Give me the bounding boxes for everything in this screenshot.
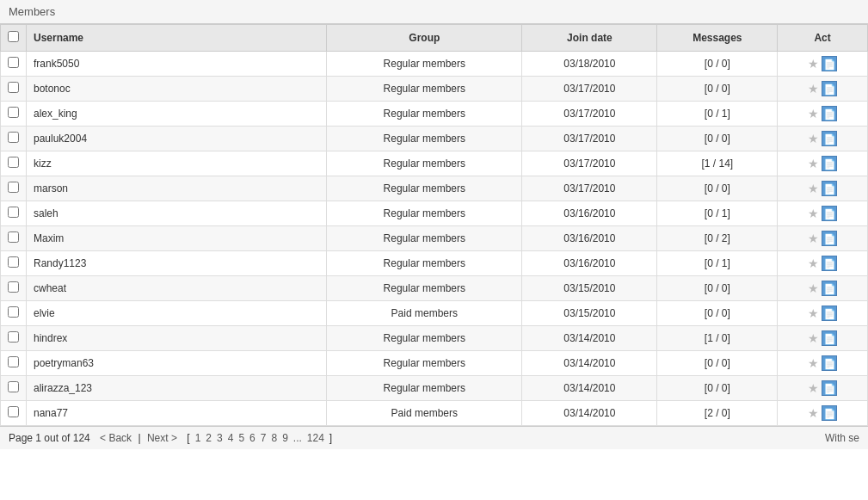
star-icon[interactable]: ★	[808, 256, 819, 270]
page-number[interactable]: 7	[259, 432, 268, 444]
profile-icon[interactable]: 📄	[822, 106, 837, 121]
row-checkbox[interactable]	[8, 157, 19, 168]
row-group: Regular members	[327, 77, 522, 102]
page-number[interactable]: 124	[305, 432, 326, 444]
select-all-checkbox[interactable]	[8, 31, 19, 42]
page-numbers-bracket-open: [	[187, 432, 189, 444]
row-checkbox-cell[interactable]	[1, 376, 27, 401]
row-group: Regular members	[327, 376, 522, 401]
row-username: alex_king	[27, 102, 327, 127]
row-checkbox[interactable]	[8, 132, 19, 143]
page-number[interactable]: 6	[248, 432, 257, 444]
profile-icon[interactable]: 📄	[822, 206, 837, 221]
row-checkbox[interactable]	[8, 406, 19, 417]
star-icon[interactable]: ★	[808, 132, 819, 145]
page-number[interactable]: ...	[292, 432, 304, 444]
row-group: Regular members	[327, 351, 522, 376]
row-checkbox[interactable]	[8, 306, 19, 318]
row-checkbox[interactable]	[8, 182, 19, 193]
row-joindate: 03/15/2010	[522, 301, 657, 326]
profile-icon[interactable]: 📄	[822, 380, 837, 396]
row-checkbox-cell[interactable]	[1, 127, 27, 151]
row-checkbox[interactable]	[8, 207, 19, 218]
table-row: Randy1123Regular members03/16/2010[0 / 1…	[1, 251, 868, 276]
row-joindate: 03/15/2010	[522, 276, 657, 301]
profile-icon[interactable]: 📄	[822, 306, 837, 321]
row-checkbox-cell[interactable]	[1, 276, 27, 301]
row-checkbox-cell[interactable]	[1, 102, 27, 127]
row-username: cwheat	[27, 276, 327, 301]
star-icon[interactable]: ★	[808, 231, 819, 245]
row-username: saleh	[27, 201, 327, 226]
star-icon[interactable]: ★	[808, 356, 819, 370]
profile-icon[interactable]: 📄	[822, 256, 837, 271]
page-number[interactable]: 5	[237, 432, 246, 444]
row-group: Regular members	[327, 251, 522, 276]
profile-icon[interactable]: 📄	[822, 81, 837, 96]
page-number[interactable]: 3	[215, 432, 225, 444]
profile-icon[interactable]: 📄	[822, 330, 837, 346]
row-checkbox[interactable]	[8, 381, 19, 392]
star-icon[interactable]: ★	[808, 107, 819, 120]
row-checkbox[interactable]	[8, 356, 19, 367]
star-icon[interactable]: ★	[808, 406, 819, 420]
row-checkbox[interactable]	[8, 231, 19, 243]
row-joindate: 03/17/2010	[522, 102, 657, 127]
back-link[interactable]: < Back	[100, 432, 132, 444]
next-link[interactable]: Next >	[147, 432, 177, 444]
star-icon[interactable]: ★	[808, 157, 819, 170]
row-checkbox-cell[interactable]	[1, 151, 27, 176]
profile-icon[interactable]: 📄	[822, 181, 837, 196]
row-messages: [0 / 0]	[657, 77, 778, 102]
row-checkbox-cell[interactable]	[1, 401, 27, 426]
star-icon[interactable]: ★	[808, 82, 819, 96]
star-icon[interactable]: ★	[808, 306, 819, 320]
page-number[interactable]: 2	[204, 432, 213, 444]
row-actions: ★ 📄	[778, 326, 868, 351]
row-checkbox-cell[interactable]	[1, 251, 27, 276]
row-checkbox[interactable]	[8, 57, 19, 68]
page-number[interactable]: 8	[269, 432, 279, 444]
row-checkbox-cell[interactable]	[1, 77, 27, 102]
star-icon[interactable]: ★	[808, 281, 819, 295]
row-checkbox[interactable]	[8, 107, 19, 118]
row-username: hindrex	[27, 326, 327, 351]
row-checkbox[interactable]	[8, 331, 19, 343]
row-checkbox-cell[interactable]	[1, 201, 27, 226]
row-username: Maxim	[27, 226, 327, 251]
row-checkbox[interactable]	[8, 281, 19, 293]
profile-icon[interactable]: 📄	[822, 405, 837, 421]
profile-icon[interactable]: 📄	[822, 231, 837, 246]
row-checkbox[interactable]	[8, 256, 19, 268]
row-checkbox-cell[interactable]	[1, 301, 27, 326]
header-checkbox[interactable]	[1, 25, 27, 52]
row-messages: [0 / 0]	[657, 351, 778, 376]
row-joindate: 03/17/2010	[522, 77, 657, 102]
row-messages: [0 / 0]	[657, 301, 778, 326]
row-checkbox-cell[interactable]	[1, 351, 27, 376]
page-number[interactable]: 4	[226, 432, 236, 444]
header-messages: Messages	[657, 25, 778, 52]
footer-bar: Page 1 out of 124 < Back | Next > [ 1 2 …	[0, 426, 868, 449]
table-row: MaximRegular members03/16/2010[0 / 2]★ 📄	[1, 226, 868, 251]
header-joindate: Join date	[522, 25, 657, 52]
row-checkbox-cell[interactable]	[1, 326, 27, 351]
row-checkbox-cell[interactable]	[1, 176, 27, 201]
row-messages: [0 / 2]	[657, 226, 778, 251]
star-icon[interactable]: ★	[808, 207, 819, 220]
row-checkbox-cell[interactable]	[1, 52, 27, 77]
star-icon[interactable]: ★	[808, 331, 819, 345]
profile-icon[interactable]: 📄	[822, 281, 837, 296]
star-icon[interactable]: ★	[808, 57, 819, 71]
star-icon[interactable]: ★	[808, 381, 819, 395]
page-number[interactable]: 1	[194, 432, 203, 444]
profile-icon[interactable]: 📄	[822, 56, 837, 71]
profile-icon[interactable]: 📄	[822, 156, 837, 171]
profile-icon[interactable]: 📄	[822, 355, 837, 371]
star-icon[interactable]: ★	[808, 182, 819, 195]
page-number[interactable]: 9	[280, 432, 290, 444]
row-actions: ★ 📄	[778, 276, 868, 301]
row-checkbox-cell[interactable]	[1, 226, 27, 251]
row-checkbox[interactable]	[8, 82, 19, 93]
profile-icon[interactable]: 📄	[822, 131, 837, 146]
